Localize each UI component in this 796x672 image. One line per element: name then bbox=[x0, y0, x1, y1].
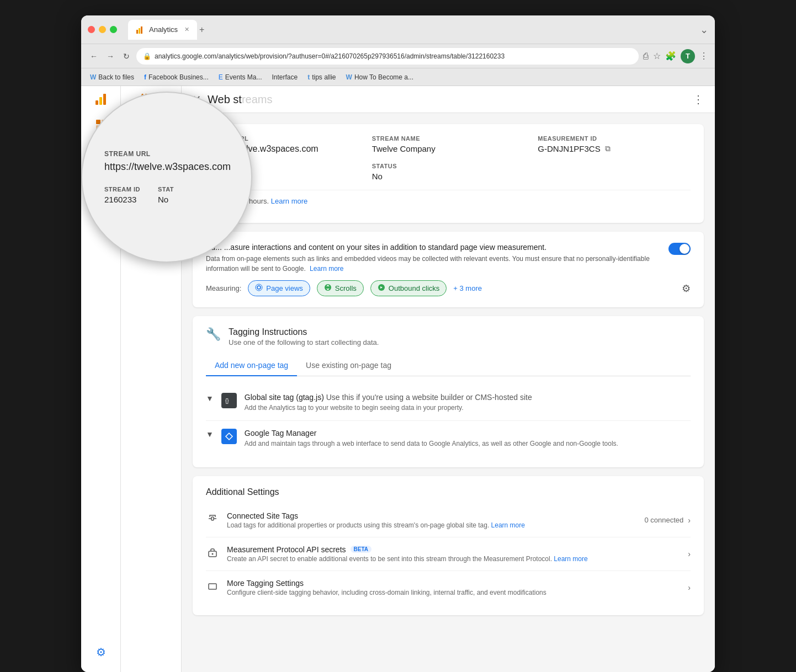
measurement-id-label: MEASUREMENT ID bbox=[538, 135, 691, 142]
chip-outbound-clicks-label: Outbound clicks bbox=[389, 284, 440, 292]
measurement-protocol-chevron: › bbox=[688, 550, 691, 558]
measurement-protocol-learn-more[interactable]: Learn more bbox=[554, 555, 587, 563]
setting-row-more-tagging[interactable]: More Tagging Settings Configure client-s… bbox=[206, 571, 691, 604]
menu-icon[interactable]: ⋮ bbox=[699, 51, 708, 61]
bookmark-back-to-files[interactable]: W Back to files bbox=[86, 72, 139, 83]
bookmark-interface[interactable]: Interface bbox=[267, 72, 302, 83]
close-traffic-light[interactable] bbox=[88, 26, 95, 33]
tag-manager-text: Google Tag Manager Add and maintain tags… bbox=[245, 429, 618, 449]
svg-point-10 bbox=[256, 284, 262, 291]
window-collapse-button[interactable]: ⌄ bbox=[700, 24, 708, 36]
tagging-card: 🔧 Tagging Instructions Use one of the fo… bbox=[193, 316, 704, 467]
more-tagging-right: › bbox=[688, 583, 691, 592]
svg-rect-2 bbox=[141, 26, 142, 34]
chip-page-views-label: Page views bbox=[266, 284, 303, 292]
magnifier-stream-url-label: STREAM URL bbox=[104, 150, 151, 158]
reload-button[interactable]: ↻ bbox=[121, 50, 132, 63]
chip-more[interactable]: + 3 more bbox=[453, 284, 482, 292]
analytics-logo-bars bbox=[95, 93, 106, 105]
bookmarks-bar: W Back to files f Facebook Busines... E … bbox=[81, 68, 715, 86]
svg-point-16 bbox=[212, 553, 214, 555]
url-bar[interactable]: 🔒 analytics.google.com/analytics/web/pro… bbox=[136, 48, 639, 65]
profile-avatar[interactable]: T bbox=[681, 49, 695, 63]
tab-use-existing-tag[interactable]: Use existing on-page tag bbox=[297, 355, 400, 376]
connected-tags-chevron: › bbox=[688, 516, 691, 525]
magnifier-stream-url-value: https://twelve.w3spaces.com bbox=[104, 161, 231, 173]
tagging-text: Tagging Instructions Use one of the foll… bbox=[229, 327, 379, 346]
back-to-files-favicon: W bbox=[90, 73, 96, 81]
connected-tags-learn-more[interactable]: Learn more bbox=[491, 521, 525, 529]
url-text: analytics.google.com/analytics/web/provi… bbox=[155, 52, 505, 60]
enhanced-measurement-card: Au... ...asure interactions and content … bbox=[193, 232, 704, 307]
stream-learn-more-link[interactable]: Learn more bbox=[271, 197, 307, 205]
tagging-option-tag-manager[interactable]: ▼ Google Tag Manager Add and maintain ta… bbox=[206, 421, 691, 456]
logo-bar-1 bbox=[95, 100, 98, 105]
status-value: No bbox=[372, 172, 525, 181]
measurement-id-row: G-DNJN1PF3CS ⧉ bbox=[538, 144, 691, 153]
tab-close-button[interactable]: ✕ bbox=[184, 26, 189, 33]
maximize-traffic-light[interactable] bbox=[110, 26, 117, 33]
measurement-id-field: MEASUREMENT ID G-DNJN1PF3CS ⧉ bbox=[538, 135, 691, 154]
gtag-text: Global site tag (gtag.js) Use this if yo… bbox=[245, 393, 532, 413]
more-tagging-icon bbox=[206, 580, 219, 594]
measurement-protocol-icon bbox=[206, 547, 219, 561]
extensions-icon[interactable]: 🧩 bbox=[665, 51, 676, 61]
bookmark-how-to[interactable]: W How To Become a... bbox=[342, 72, 418, 83]
new-tab-button[interactable]: + bbox=[199, 25, 204, 35]
forward-button[interactable]: → bbox=[104, 50, 116, 63]
stream-status-row: ed in past 48 hours. Learn more bbox=[206, 190, 691, 212]
bookmark-events[interactable]: E Events Ma... bbox=[214, 72, 267, 83]
tag-manager-chevron-icon: ▼ bbox=[206, 429, 214, 439]
tagging-tab-row: Add new on-page tag Use existing on-page… bbox=[206, 355, 691, 376]
connected-tags-icon bbox=[206, 513, 219, 527]
setting-row-connected-tags[interactable]: Connected Site Tags Load tags for additi… bbox=[206, 504, 691, 537]
chip-page-views[interactable]: Page views bbox=[248, 280, 310, 296]
enhanced-text: Au... ...asure interactions and content … bbox=[206, 243, 668, 274]
tag-manager-title: Google Tag Manager bbox=[245, 429, 618, 438]
enhanced-title: Au... ...asure interactions and content … bbox=[206, 243, 657, 252]
more-tagging-title: More Tagging Settings bbox=[227, 579, 680, 588]
svg-point-9 bbox=[257, 286, 261, 289]
bookmark-tips[interactable]: t tips allie bbox=[303, 72, 340, 83]
additional-settings-title: Additional Settings bbox=[206, 487, 691, 497]
tagging-header: 🔧 Tagging Instructions Use one of the fo… bbox=[206, 327, 691, 346]
main-content: ✕ Web streams ⋮ STREAM URL https://twelv… bbox=[182, 86, 715, 672]
magnifier-status-field: STAT No bbox=[158, 186, 174, 204]
address-actions: ⎙ ☆ 🧩 T ⋮ bbox=[643, 49, 708, 63]
bookmark-interface-label: Interface bbox=[272, 73, 298, 81]
enhanced-toggle[interactable] bbox=[668, 243, 691, 255]
magnifier-bottom-fields: STREAM ID 2160233 STAT No bbox=[104, 186, 174, 204]
minimize-traffic-light[interactable] bbox=[99, 26, 106, 33]
copy-icon[interactable]: ⧉ bbox=[605, 144, 611, 153]
status-label: STATUS bbox=[372, 163, 525, 169]
svg-rect-17 bbox=[209, 584, 216, 589]
active-tab[interactable]: Analytics ✕ bbox=[128, 20, 197, 40]
facebook-favicon: f bbox=[144, 73, 146, 81]
sidebar-icon-settings[interactable]: ⚙ bbox=[88, 639, 114, 665]
stream-name-label: STREAM NAME bbox=[372, 135, 525, 142]
enhanced-learn-more-link[interactable]: Learn more bbox=[310, 265, 343, 273]
magnifier-stream-id-label: STREAM ID bbox=[104, 186, 140, 193]
stream-name-value: Twelve Company bbox=[372, 144, 525, 153]
how-to-favicon: W bbox=[346, 73, 352, 81]
bookmark-facebook-label: Facebook Busines... bbox=[148, 73, 209, 81]
measurement-protocol-content: Measurement Protocol API secrets BETA Cr… bbox=[227, 545, 680, 563]
panel-more-button[interactable]: ⋮ bbox=[693, 93, 704, 106]
logo-bar-3 bbox=[103, 94, 106, 105]
tab-add-new-tag[interactable]: Add new on-page tag bbox=[206, 355, 297, 376]
stream-name-field: STREAM NAME Twelve Company bbox=[372, 135, 525, 154]
svg-text:{}: {} bbox=[225, 398, 229, 404]
lock-icon: 🔒 bbox=[143, 52, 151, 60]
back-button[interactable]: ← bbox=[88, 50, 100, 63]
chip-scrolls[interactable]: Scrolls bbox=[317, 280, 364, 296]
tab-title: Analytics bbox=[149, 25, 178, 34]
bookmark-facebook[interactable]: f Facebook Busines... bbox=[140, 72, 213, 83]
bookmark-icon[interactable]: ☆ bbox=[653, 51, 661, 61]
setting-row-measurement-protocol[interactable]: Measurement Protocol API secrets BETA Cr… bbox=[206, 537, 691, 571]
tagging-option-gtag[interactable]: ▼ {} Global site tag (gtag.js) Use this … bbox=[206, 385, 691, 421]
share-icon[interactable]: ⎙ bbox=[643, 51, 649, 61]
svg-rect-14 bbox=[211, 517, 214, 520]
chip-outbound-clicks[interactable]: Outbound clicks bbox=[370, 280, 447, 296]
measuring-settings-icon[interactable]: ⚙ bbox=[682, 282, 691, 295]
title-bar: Analytics ✕ + ⌄ bbox=[81, 15, 715, 44]
